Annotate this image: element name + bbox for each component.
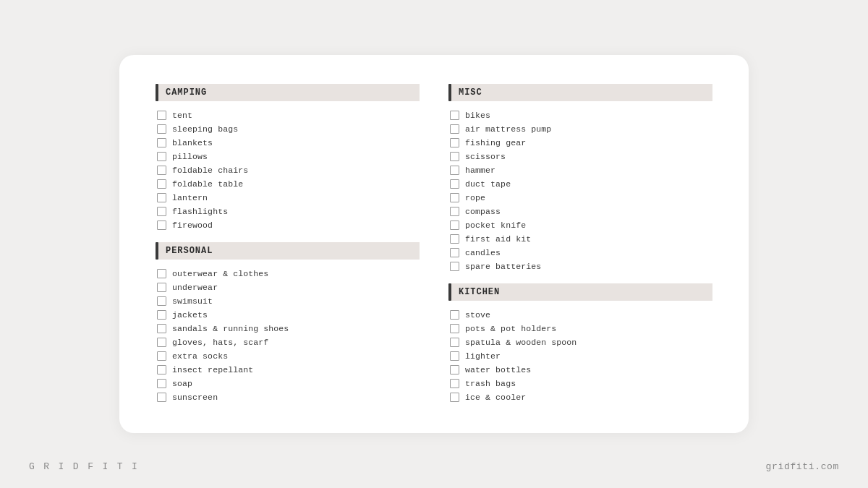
checkbox[interactable] [450, 310, 459, 320]
list-item: lantern [156, 191, 420, 205]
website-url: gridfiti.com [766, 461, 839, 472]
list-item: rope [448, 191, 712, 205]
checkbox[interactable] [450, 193, 459, 202]
list-item: sunscreen [156, 390, 420, 404]
checkbox[interactable] [450, 138, 459, 147]
item-label: blankets [172, 138, 213, 147]
list-item: swimsuit [156, 294, 420, 308]
item-label: flashlights [172, 207, 228, 216]
checkbox[interactable] [157, 351, 166, 361]
list-item: stove [448, 308, 712, 322]
section-title-camping: CAMPING [166, 87, 207, 98]
item-label: pots & pot holders [465, 324, 556, 333]
checkbox[interactable] [157, 193, 166, 202]
column-1: MISCbikesair mattress pumpfishing gearsc… [448, 84, 712, 404]
item-label: pocket knife [465, 221, 526, 230]
list-item: bikes [448, 108, 712, 122]
item-label: air mattress pump [465, 124, 551, 134]
checkbox[interactable] [450, 166, 459, 175]
checkbox[interactable] [450, 262, 459, 271]
checkbox[interactable] [450, 338, 459, 347]
section-header-camping: CAMPING [156, 84, 420, 101]
item-label: scissors [465, 152, 506, 161]
checkbox[interactable] [157, 179, 166, 189]
item-label: stove [465, 310, 490, 320]
checkbox[interactable] [157, 379, 166, 388]
checkbox[interactable] [157, 338, 166, 347]
checkbox[interactable] [450, 152, 459, 161]
checkbox[interactable] [450, 179, 459, 189]
checkbox[interactable] [450, 221, 459, 230]
brand-name: G R I D F I T I [29, 461, 139, 472]
checkbox[interactable] [157, 166, 166, 175]
list-item: pillows [156, 150, 420, 163]
section-title-kitchen: KITCHEN [459, 287, 500, 297]
checkbox[interactable] [450, 111, 459, 120]
item-label: foldable chairs [172, 166, 248, 175]
item-label: underwear [172, 283, 218, 292]
list-item: scissors [448, 150, 712, 163]
list-item: spatula & wooden spoon [448, 335, 712, 349]
list-item: foldable chairs [156, 163, 420, 177]
checkbox[interactable] [157, 324, 166, 333]
checkbox[interactable] [157, 393, 166, 402]
item-label: duct tape [465, 179, 511, 189]
item-label: bikes [465, 111, 490, 120]
item-label: lantern [172, 193, 208, 202]
list-item: ice & cooler [448, 390, 712, 404]
checkbox[interactable] [450, 351, 459, 361]
list-item: outerwear & clothes [156, 267, 420, 281]
item-label: spatula & wooden spoon [465, 338, 576, 347]
list-item: water bottles [448, 363, 712, 377]
list-item: soap [156, 377, 420, 390]
item-label: first aid kit [465, 234, 531, 244]
item-label: sleeping bags [172, 124, 238, 134]
checkbox[interactable] [450, 207, 459, 216]
column-0: CAMPINGtentsleeping bagsblanketspillowsf… [156, 84, 420, 404]
item-label: candles [465, 248, 501, 257]
checkbox[interactable] [157, 207, 166, 216]
item-label: swimsuit [172, 296, 213, 306]
item-label: spare batteries [465, 262, 541, 271]
list-item: jackets [156, 308, 420, 322]
checkbox[interactable] [157, 124, 166, 134]
list-item: tent [156, 108, 420, 122]
checkbox[interactable] [157, 221, 166, 230]
section-header-kitchen: KITCHEN [448, 283, 712, 301]
list-item: spare batteries [448, 260, 712, 273]
checkbox[interactable] [157, 111, 166, 120]
checkbox[interactable] [157, 296, 166, 306]
checkbox[interactable] [157, 310, 166, 320]
list-item: hammer [448, 163, 712, 177]
list-item: sleeping bags [156, 122, 420, 136]
checkbox[interactable] [450, 365, 459, 374]
checkbox[interactable] [450, 379, 459, 388]
checkbox[interactable] [157, 365, 166, 374]
checkbox[interactable] [157, 138, 166, 147]
list-item: gloves, hats, scarf [156, 335, 420, 349]
checkbox[interactable] [450, 124, 459, 134]
item-label: tent [172, 111, 192, 120]
item-label: sandals & running shoes [172, 324, 289, 333]
checkbox[interactable] [450, 234, 459, 244]
checkbox[interactable] [450, 248, 459, 257]
list-item: flashlights [156, 205, 420, 218]
checkbox[interactable] [157, 269, 166, 278]
item-label: sunscreen [172, 393, 218, 402]
checklist-card: CAMPINGtentsleeping bagsblanketspillowsf… [119, 55, 749, 433]
checkbox[interactable] [157, 152, 166, 161]
item-label: fishing gear [465, 138, 526, 147]
item-label: extra socks [172, 351, 228, 361]
list-item: first aid kit [448, 232, 712, 246]
item-label: gloves, hats, scarf [172, 338, 268, 347]
item-label: soap [172, 379, 192, 388]
list-item: fishing gear [448, 136, 712, 150]
section-title-personal: PERSONAL [166, 246, 213, 256]
list-item: insect repellant [156, 363, 420, 377]
list-item: foldable table [156, 177, 420, 191]
list-item: underwear [156, 281, 420, 294]
checkbox[interactable] [450, 324, 459, 333]
checkbox[interactable] [157, 283, 166, 292]
checkbox[interactable] [450, 393, 459, 402]
item-label: jackets [172, 310, 208, 320]
